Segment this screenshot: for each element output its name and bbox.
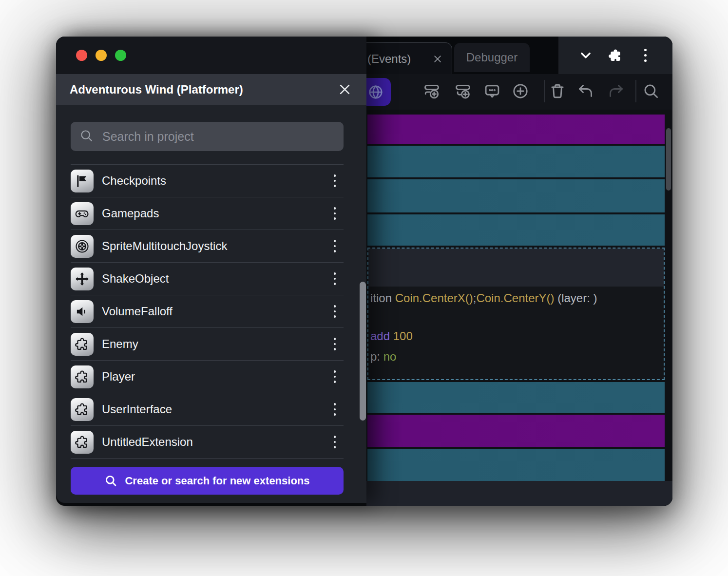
event-code-line: p: no [370,350,396,365]
puzzle-icon [71,431,94,454]
item-menu-kebab-icon[interactable] [330,236,340,256]
list-item-label: Enemy [102,337,138,351]
app-window: (Events) Debugger ition Coin.Ce [56,37,672,506]
tab-events[interactable]: (Events) [366,42,452,75]
search-input[interactable] [101,129,335,144]
item-menu-kebab-icon[interactable] [330,334,340,354]
toolbar-divider [544,80,545,102]
list-item-label: VolumeFalloff [102,305,172,318]
list-item[interactable]: UntitledExtension [71,425,344,459]
list-item[interactable]: ShakeObject [71,262,344,295]
add-comment-icon[interactable] [481,77,503,105]
event-rows: ition Coin.CenterX();Coin.CenterY() (lay… [367,115,665,483]
item-menu-kebab-icon[interactable] [330,432,340,452]
event-code-line: ition Coin.CenterX();Coin.CenterY() (lay… [370,291,597,306]
window-controls [558,37,672,74]
code-segment: (layer: ) [555,291,597,305]
event-row-teal[interactable] [367,146,665,177]
list-item-label: Player [102,370,135,384]
event-code-line: add 100 [370,329,413,344]
list-item[interactable]: Player [71,360,344,393]
project-panel: Adventurous Wind (Platformer) Checkpoint… [56,37,366,503]
code-segment: add [370,329,393,343]
panel-header: Adventurous Wind (Platformer) [56,74,366,105]
traffic-light-zoom[interactable] [115,50,126,61]
create-extension-button[interactable]: Create or search for new extensions [71,467,344,495]
puzzle-icon[interactable] [606,46,625,65]
panel-close-icon[interactable] [336,81,353,98]
list-item[interactable]: Gamepads [71,197,344,230]
kebab-menu-icon[interactable] [636,46,655,65]
tab-close-icon[interactable] [431,53,444,65]
item-menu-kebab-icon[interactable] [330,366,340,387]
add-sub-event-icon[interactable] [452,77,474,105]
panel-body: CheckpointsGamepadsSpriteMultitouchJoyst… [56,122,366,495]
search-icon [79,129,94,145]
panel-title: Adventurous Wind (Platformer) [70,83,243,96]
item-menu-kebab-icon[interactable] [330,399,340,420]
selected-event-block[interactable]: ition Coin.CenterX();Coin.CenterY() (lay… [367,248,665,380]
list-item-label: UntitledExtension [102,435,193,449]
joystick-icon [71,235,94,258]
puzzle-icon [71,398,94,421]
item-menu-kebab-icon[interactable] [330,203,340,224]
editor-toolbar [366,74,672,110]
editor-area: (Events) Debugger ition Coin.Ce [366,37,672,506]
list-item-label: ShakeObject [102,272,169,286]
toolbar-divider [635,80,636,102]
trash-icon[interactable] [547,77,568,105]
event-row-teal[interactable] [367,214,665,246]
code-segment: no [383,350,397,363]
event-row-purple[interactable] [367,115,665,144]
list-item[interactable]: VolumeFalloff [71,295,344,327]
code-segment: ition [370,291,395,305]
window-titlebar [56,37,366,74]
events-sheet-footer [366,481,672,506]
code-segment: Coin.CenterY() [476,291,554,305]
tab-events-label: (Events) [367,52,411,66]
tab-bar: (Events) Debugger [366,37,672,74]
list-item-label: UserInterface [102,403,172,416]
code-segment: Coin.CenterX() [395,291,473,305]
tab-debugger[interactable]: Debugger [454,43,530,72]
traffic-light-minimize[interactable] [96,50,107,61]
search-icon[interactable] [640,77,662,105]
add-circle-icon[interactable] [510,77,531,105]
event-row-teal[interactable] [367,382,665,413]
code-segment: p: [370,350,383,363]
list-item-label: Checkpoints [102,174,166,188]
list-item[interactable]: UserInterface [71,393,344,425]
puzzle-icon [71,365,94,388]
event-row-purple[interactable] [367,415,665,447]
list-item[interactable]: SpriteMultitouchJoystick [71,230,344,262]
event-row-teal[interactable] [367,449,665,481]
selected-event-header [368,249,664,287]
project-search[interactable] [71,122,344,151]
flag-icon [71,170,94,192]
puzzle-icon [71,333,94,356]
list-item-label: SpriteMultitouchJoystick [102,239,227,253]
extension-list: CheckpointsGamepadsSpriteMultitouchJoyst… [71,164,344,459]
events-sheet[interactable]: ition Coin.CenterX();Coin.CenterY() (lay… [366,110,672,506]
traffic-light-close[interactable] [76,50,87,61]
redo-icon[interactable] [605,77,626,105]
code-segment: 100 [393,329,413,343]
event-row-teal[interactable] [367,179,665,212]
gamepad-icon [71,202,94,225]
create-extension-label: Create or search for new extensions [125,475,309,487]
speaker-icon [71,300,94,323]
undo-icon[interactable] [575,77,597,105]
item-menu-kebab-icon[interactable] [330,269,340,289]
item-menu-kebab-icon[interactable] [330,301,340,322]
list-item[interactable]: Enemy [71,327,344,360]
tab-debugger-label: Debugger [466,51,517,64]
list-item-label: Gamepads [102,207,159,220]
move-arrows-icon [71,268,94,290]
globe-icon[interactable] [366,78,391,106]
list-item[interactable]: Checkpoints [71,164,344,197]
chevron-down-icon[interactable] [576,46,595,65]
add-event-icon[interactable] [421,77,442,105]
panel-scrollbar[interactable] [360,282,366,421]
item-menu-kebab-icon[interactable] [330,171,340,191]
events-scrollbar[interactable] [666,128,671,191]
